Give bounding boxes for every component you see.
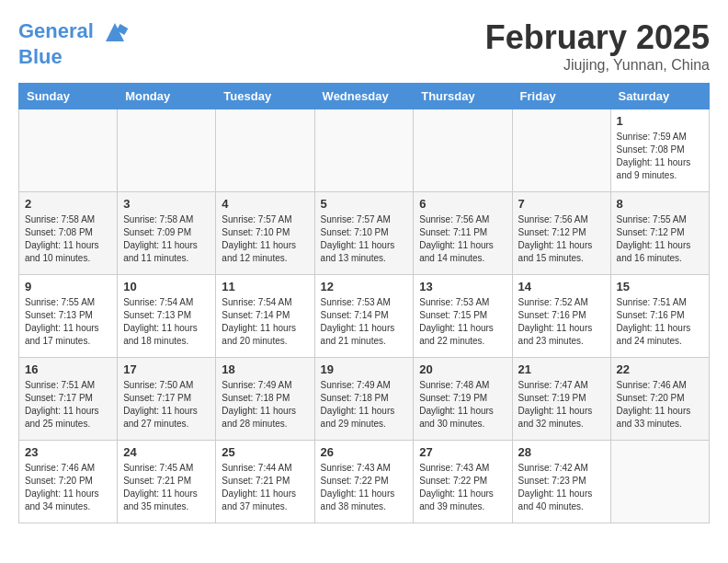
day-detail: Sunrise: 7:51 AM Sunset: 7:16 PM Dayligh… — [617, 296, 703, 348]
calendar-cell: 5Sunrise: 7:57 AM Sunset: 7:10 PM Daylig… — [314, 192, 414, 275]
day-detail: Sunrise: 7:45 AM Sunset: 7:21 PM Dayligh… — [123, 462, 210, 513]
calendar-cell — [314, 109, 414, 192]
calendar-cell: 12Sunrise: 7:53 AM Sunset: 7:14 PM Dayli… — [314, 275, 414, 358]
calendar-cell — [216, 109, 314, 192]
calendar-cell: 4Sunrise: 7:57 AM Sunset: 7:10 PM Daylig… — [216, 192, 314, 275]
calendar-cell: 16Sunrise: 7:51 AM Sunset: 7:17 PM Dayli… — [19, 358, 118, 441]
title-block: February 2025 Jiujing, Yunnan, China — [485, 18, 710, 74]
day-number: 22 — [617, 362, 703, 376]
day-detail: Sunrise: 7:57 AM Sunset: 7:10 PM Dayligh… — [222, 213, 308, 265]
day-detail: Sunrise: 7:46 AM Sunset: 7:20 PM Dayligh… — [25, 462, 111, 513]
day-detail: Sunrise: 7:50 AM Sunset: 7:17 PM Dayligh… — [123, 379, 210, 431]
day-number: 8 — [617, 197, 703, 211]
calendar-cell: 15Sunrise: 7:51 AM Sunset: 7:16 PM Dayli… — [610, 275, 709, 358]
day-detail: Sunrise: 7:56 AM Sunset: 7:11 PM Dayligh… — [419, 213, 506, 265]
day-detail: Sunrise: 7:44 AM Sunset: 7:21 PM Dayligh… — [222, 462, 308, 513]
day-number: 6 — [419, 197, 506, 211]
calendar-cell: 2Sunrise: 7:58 AM Sunset: 7:08 PM Daylig… — [19, 192, 118, 275]
day-number: 14 — [518, 280, 605, 293]
calendar-cell: 28Sunrise: 7:42 AM Sunset: 7:23 PM Dayli… — [512, 441, 610, 523]
day-detail: Sunrise: 7:54 AM Sunset: 7:14 PM Dayligh… — [222, 296, 308, 348]
calendar-cell: 10Sunrise: 7:54 AM Sunset: 7:13 PM Dayli… — [118, 275, 216, 358]
page-header: General Blue February 2025 Jiujing, Yunn… — [18, 18, 710, 74]
calendar-cell: 7Sunrise: 7:56 AM Sunset: 7:12 PM Daylig… — [512, 192, 610, 275]
logo-blue: Blue — [18, 46, 129, 68]
location-subtitle: Jiujing, Yunnan, China — [485, 57, 710, 74]
weekday-header-friday: Friday — [512, 84, 610, 109]
day-detail: Sunrise: 7:55 AM Sunset: 7:13 PM Dayligh… — [25, 296, 111, 348]
day-number: 4 — [222, 197, 308, 211]
day-detail: Sunrise: 7:58 AM Sunset: 7:09 PM Dayligh… — [123, 213, 210, 265]
day-number: 26 — [321, 445, 408, 459]
week-row-3: 9Sunrise: 7:55 AM Sunset: 7:13 PM Daylig… — [19, 275, 710, 358]
day-number: 10 — [123, 280, 210, 293]
day-number: 21 — [518, 362, 605, 376]
calendar-cell: 27Sunrise: 7:43 AM Sunset: 7:22 PM Dayli… — [414, 441, 512, 523]
weekday-header-thursday: Thursday — [414, 84, 512, 109]
day-number: 20 — [419, 362, 506, 376]
day-detail: Sunrise: 7:42 AM Sunset: 7:23 PM Dayligh… — [518, 462, 605, 513]
day-number: 11 — [222, 280, 308, 293]
weekday-header-saturday: Saturday — [610, 84, 709, 109]
day-number: 25 — [222, 445, 308, 459]
day-number: 23 — [25, 445, 111, 459]
calendar-cell: 17Sunrise: 7:50 AM Sunset: 7:17 PM Dayli… — [118, 358, 216, 441]
day-number: 17 — [123, 362, 210, 376]
day-detail: Sunrise: 7:47 AM Sunset: 7:19 PM Dayligh… — [518, 379, 605, 431]
day-detail: Sunrise: 7:57 AM Sunset: 7:10 PM Dayligh… — [321, 213, 408, 265]
day-number: 3 — [123, 197, 210, 211]
calendar-cell: 11Sunrise: 7:54 AM Sunset: 7:14 PM Dayli… — [216, 275, 314, 358]
calendar-cell: 19Sunrise: 7:49 AM Sunset: 7:18 PM Dayli… — [314, 358, 414, 441]
day-detail: Sunrise: 7:58 AM Sunset: 7:08 PM Dayligh… — [25, 213, 111, 265]
day-number: 9 — [25, 280, 111, 293]
calendar-cell: 8Sunrise: 7:55 AM Sunset: 7:12 PM Daylig… — [610, 192, 709, 275]
day-number: 19 — [321, 362, 408, 376]
day-detail: Sunrise: 7:49 AM Sunset: 7:18 PM Dayligh… — [321, 379, 408, 431]
week-row-2: 2Sunrise: 7:58 AM Sunset: 7:08 PM Daylig… — [19, 192, 710, 275]
calendar-cell: 6Sunrise: 7:56 AM Sunset: 7:11 PM Daylig… — [414, 192, 512, 275]
calendar-cell: 13Sunrise: 7:53 AM Sunset: 7:15 PM Dayli… — [414, 275, 512, 358]
calendar-cell: 22Sunrise: 7:46 AM Sunset: 7:20 PM Dayli… — [610, 358, 709, 441]
day-detail: Sunrise: 7:46 AM Sunset: 7:20 PM Dayligh… — [617, 379, 703, 431]
day-detail: Sunrise: 7:53 AM Sunset: 7:14 PM Dayligh… — [321, 296, 408, 348]
day-number: 2 — [25, 197, 111, 211]
calendar-cell — [414, 109, 512, 192]
weekday-header-sunday: Sunday — [19, 84, 118, 109]
day-number: 7 — [518, 197, 605, 211]
weekday-header-row: SundayMondayTuesdayWednesdayThursdayFrid… — [19, 84, 710, 109]
day-detail: Sunrise: 7:55 AM Sunset: 7:12 PM Dayligh… — [617, 213, 703, 265]
day-detail: Sunrise: 7:43 AM Sunset: 7:22 PM Dayligh… — [321, 462, 408, 513]
calendar-cell: 1Sunrise: 7:59 AM Sunset: 7:08 PM Daylig… — [610, 109, 709, 192]
week-row-1: 1Sunrise: 7:59 AM Sunset: 7:08 PM Daylig… — [19, 109, 710, 192]
calendar-cell — [118, 109, 216, 192]
calendar-cell: 3Sunrise: 7:58 AM Sunset: 7:09 PM Daylig… — [118, 192, 216, 275]
day-detail: Sunrise: 7:51 AM Sunset: 7:17 PM Dayligh… — [25, 379, 111, 431]
calendar-cell: 20Sunrise: 7:48 AM Sunset: 7:19 PM Dayli… — [414, 358, 512, 441]
day-number: 1 — [617, 114, 703, 128]
day-number: 18 — [222, 362, 308, 376]
weekday-header-wednesday: Wednesday — [314, 84, 414, 109]
day-number: 16 — [25, 362, 111, 376]
day-number: 28 — [518, 445, 605, 459]
calendar-cell: 26Sunrise: 7:43 AM Sunset: 7:22 PM Dayli… — [314, 441, 414, 523]
calendar-cell: 18Sunrise: 7:49 AM Sunset: 7:18 PM Dayli… — [216, 358, 314, 441]
calendar-cell: 24Sunrise: 7:45 AM Sunset: 7:21 PM Dayli… — [118, 441, 216, 523]
day-detail: Sunrise: 7:48 AM Sunset: 7:19 PM Dayligh… — [419, 379, 506, 431]
day-detail: Sunrise: 7:59 AM Sunset: 7:08 PM Dayligh… — [617, 131, 703, 182]
calendar-cell: 23Sunrise: 7:46 AM Sunset: 7:20 PM Dayli… — [19, 441, 118, 523]
calendar-cell — [19, 109, 118, 192]
calendar-cell: 21Sunrise: 7:47 AM Sunset: 7:19 PM Dayli… — [512, 358, 610, 441]
logo: General Blue — [18, 18, 129, 68]
calendar-cell: 25Sunrise: 7:44 AM Sunset: 7:21 PM Dayli… — [216, 441, 314, 523]
day-number: 12 — [321, 280, 408, 293]
day-detail: Sunrise: 7:43 AM Sunset: 7:22 PM Dayligh… — [419, 462, 506, 513]
logo-text: General — [18, 18, 129, 46]
month-title: February 2025 — [485, 18, 710, 57]
day-number: 15 — [617, 280, 703, 293]
weekday-header-monday: Monday — [118, 84, 216, 109]
day-detail: Sunrise: 7:53 AM Sunset: 7:15 PM Dayligh… — [419, 296, 506, 348]
day-number: 24 — [123, 445, 210, 459]
week-row-5: 23Sunrise: 7:46 AM Sunset: 7:20 PM Dayli… — [19, 441, 710, 523]
calendar-cell: 9Sunrise: 7:55 AM Sunset: 7:13 PM Daylig… — [19, 275, 118, 358]
day-detail: Sunrise: 7:54 AM Sunset: 7:13 PM Dayligh… — [123, 296, 210, 348]
